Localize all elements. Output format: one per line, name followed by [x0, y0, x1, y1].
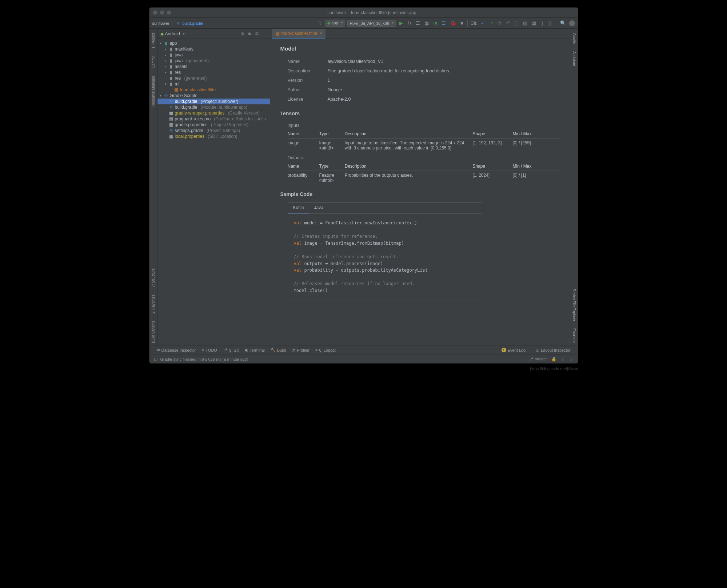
tree-tflite[interactable]: ▦food-classifier.tflite [157, 87, 270, 93]
tool-layout-inspector[interactable]: ◫Layout Inspector [533, 348, 573, 352]
module-combo[interactable]: ◆ app [325, 20, 345, 27]
file-icon: ▤ [169, 116, 174, 121]
resource-icon[interactable]: ▦ [531, 20, 537, 27]
android-icon: ◆ [160, 31, 164, 36]
props-icon: ▦ [169, 134, 174, 139]
model-row-name: Nameaiy/vision/classifier/food_V1 [280, 57, 560, 66]
breadcrumb[interactable]: sunflower 〉 ⛭ build.gradle [152, 20, 203, 26]
tool-event-log[interactable]: 1Event Log [499, 348, 529, 352]
tree-res[interactable]: ▸▮res [157, 69, 270, 75]
editor-tab-label: food-classifier.tflite [281, 31, 317, 36]
gradle-icon: ⛭ [169, 128, 174, 133]
traffic-lights[interactable] [153, 11, 171, 15]
title-bar: sunflower – food-classifier.tflite [sunf… [149, 8, 578, 18]
tree-java[interactable]: ▸▮java [157, 52, 270, 58]
locate-icon[interactable]: ⊕ [240, 31, 244, 36]
inspector-icon[interactable]: ◫ [546, 20, 553, 27]
tree-app[interactable]: ▾▮app [157, 40, 270, 46]
run-icon[interactable]: ▶ [398, 20, 404, 27]
tool-device-file-explorer[interactable]: Device File Explorer [571, 287, 577, 323]
tree-proguard[interactable]: ▤proguard-rules.pro (ProGuard Rules for … [157, 116, 270, 122]
tool-database-inspector[interactable]: ≣Database Inspector [154, 348, 199, 352]
tree-local-properties[interactable]: ▦local.properties (SDK Location) [157, 133, 270, 139]
tree-build-gradle-project[interactable]: ⛭build.gradle (Project: sunflower) [157, 99, 270, 104]
watermark: https://blog.csdn.net/jklwan [149, 367, 578, 371]
gear-icon[interactable]: ⚙ [255, 31, 259, 36]
logcat-icon: ≡ [315, 348, 317, 352]
commit-icon[interactable]: ✓ [480, 20, 486, 27]
attach-icon[interactable]: ☲ [440, 20, 447, 27]
sync-icon[interactable]: ⤵ [318, 20, 323, 27]
smiley-icon[interactable]: ☺ [569, 357, 573, 361]
module-combo-label: app [331, 21, 338, 25]
close-icon[interactable]: × [319, 31, 322, 36]
tree-settings-gradle[interactable]: ⛭settings.gradle (Project Settings) [157, 128, 270, 133]
tool-structure[interactable]: 7: Structure [151, 266, 156, 289]
tool-resource-manager[interactable]: Resource Manager [151, 73, 156, 109]
project-panel-header: ◆ Android ▾ ⊕ ≑ ⚙ — [157, 29, 270, 39]
tree-ml[interactable]: ▾▮ml [157, 81, 270, 87]
breadcrumb-module[interactable]: sunflower [152, 21, 169, 25]
tool-assistant[interactable]: Assistant [571, 49, 577, 68]
editor-tab-active[interactable]: ▦ food-classifier.tflite × [272, 29, 326, 39]
tree-res-gen[interactable]: ▮res (generated) [157, 75, 270, 81]
collapse-icon[interactable]: ≑ [248, 31, 251, 36]
outputs-table: Name Type Description Shape Min / Max pr… [288, 162, 560, 185]
tool-build[interactable]: 🔨Build [268, 348, 289, 352]
outputs-label: Outputs [280, 152, 560, 162]
coverage-icon[interactable]: ▦ [423, 20, 430, 27]
tool-project[interactable]: 1: Project [151, 31, 156, 51]
tensors-heading: Tensors [280, 111, 560, 116]
hide-icon[interactable]: — [263, 31, 267, 36]
device-icon[interactable]: ▯ [539, 20, 544, 27]
inputs-table: Name Type Description Shape Min / Max im… [288, 129, 560, 152]
tool-favorites[interactable]: 2: Favorites [151, 292, 156, 316]
maximize-icon[interactable] [167, 11, 171, 15]
code-body[interactable]: val model = FoodClassifier.newInstance(c… [288, 214, 482, 300]
tree-wrapper-properties[interactable]: ▦gradle-wrapper.properties (Gradle Versi… [157, 110, 270, 116]
editor-area: ▦ food-classifier.tflite × Model Nameaiy… [270, 29, 570, 345]
tab-kotlin[interactable]: Kotlin [288, 203, 309, 213]
avatar[interactable] [569, 20, 575, 26]
history-icon[interactable]: ⟳ [496, 20, 503, 27]
device-combo[interactable]: Pixel_3a_API_30_x86 [347, 20, 396, 27]
tree-gradle-properties[interactable]: ▦gradle.properties (Project Properties) [157, 122, 270, 128]
project-view-combo[interactable]: ◆ Android ▾ [160, 31, 185, 36]
tool-build-variants[interactable]: Build Variants [151, 319, 156, 345]
debug-icon[interactable]: ☰ [415, 20, 421, 27]
avd-icon[interactable]: ▢ [513, 20, 520, 27]
profile-icon[interactable]: ◔ [432, 20, 438, 27]
search-icon[interactable]: 🔍 [559, 20, 567, 27]
gradle-icon: ⛭ [164, 93, 169, 98]
revert-icon[interactable]: ↶ [505, 20, 511, 27]
minimize-icon[interactable] [160, 11, 164, 15]
stop-icon[interactable]: ■ [459, 20, 464, 27]
tree-java-gen[interactable]: ▸▮java (generated) [157, 58, 270, 64]
tool-commit[interactable]: Commit [151, 53, 156, 70]
smiley-icon[interactable]: ☺ [561, 357, 565, 361]
tool-logcat[interactable]: ≡6: Logcat [312, 348, 339, 352]
tree-build-gradle-module[interactable]: ⛭build.gradle (Module: sunflower.app) [157, 104, 270, 110]
breadcrumb-file[interactable]: build.gradle [183, 21, 203, 25]
lock-icon[interactable]: 🔒 [551, 357, 556, 361]
close-icon[interactable] [153, 11, 157, 15]
status-icon[interactable]: ▢ [154, 357, 157, 361]
right-tool-gutter: Gradle Assistant Device File Explorer Em… [570, 29, 578, 345]
tool-gradle[interactable]: Gradle [571, 31, 577, 46]
tool-terminal[interactable]: ▣Terminal [241, 348, 268, 352]
tool-emulator[interactable]: Emulator [571, 326, 577, 345]
tool-profiler[interactable]: ◔Profiler [289, 348, 312, 352]
tree-assets[interactable]: ▸▮assets [157, 64, 270, 69]
apply-changes-icon[interactable]: ↻ [406, 20, 412, 27]
tool-git[interactable]: ⎇9: Git [220, 348, 241, 352]
tree-manifests[interactable]: ▸▮manifests [157, 46, 270, 52]
push-icon[interactable]: ↗ [488, 20, 494, 27]
tree-gradle-scripts[interactable]: ▾⛭Gradle Scripts [157, 93, 270, 99]
bug-icon[interactable]: 🐞 [449, 20, 457, 27]
git-branch[interactable]: ⎇ master [529, 357, 547, 361]
tool-todo[interactable]: ≡TODO [199, 348, 220, 352]
bottom-tool-bar: ≣Database Inspector ≡TODO ⎇9: Git ▣Termi… [149, 345, 578, 355]
sdk-icon[interactable]: ▥ [522, 20, 528, 27]
git-label: Git: [471, 21, 478, 26]
tab-java[interactable]: Java [309, 203, 328, 213]
